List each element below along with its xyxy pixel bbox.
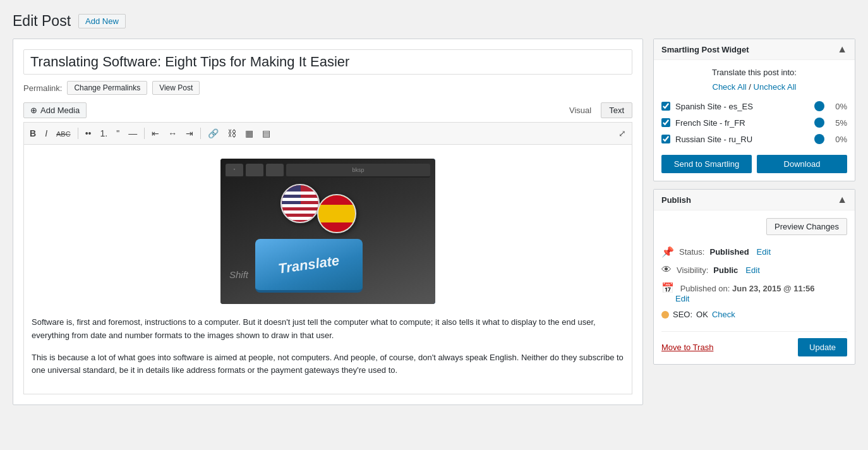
editor-area: Permalink: Change Permalinks View Post ⊕… <box>13 39 643 405</box>
download-button[interactable]: Download <box>757 155 847 173</box>
russian-lang-name: Russian Site - ru_RU <box>675 135 809 144</box>
permalink-row: Permalink: Change Permalinks View Post <box>23 81 632 95</box>
post-title-input[interactable] <box>23 49 632 75</box>
align-center-button[interactable]: ↔ <box>165 126 180 140</box>
published-label: Published on: <box>680 284 730 293</box>
content-area[interactable]: " bksp Translate Shift <box>23 144 632 394</box>
publish-date-row: 📅 Published on: Jun 23, 2015 @ 11:56 Edi… <box>661 279 847 307</box>
toolbar-separator-3 <box>200 128 201 139</box>
language-row-spanish: Spanish Site - es_ES 0% <box>661 98 847 114</box>
french-checkbox[interactable] <box>661 118 670 127</box>
link-button[interactable]: 🔗 <box>205 126 222 140</box>
unordered-list-button[interactable]: •• <box>82 126 95 140</box>
add-new-button[interactable]: Add New <box>78 14 126 28</box>
sidebar: Smartling Post Widget ▲ Translate this p… <box>653 39 855 365</box>
publish-footer: Move to Trash Update <box>661 331 847 356</box>
published-edit-link[interactable]: Edit <box>675 294 689 303</box>
visibility-eye-icon: 👁 <box>661 264 672 276</box>
page-title: Edit Post <box>13 13 71 30</box>
status-label: Status: <box>679 247 704 257</box>
formatting-toolbar: B I ABC •• 1. " — ⇤ ↔ ⇥ 🔗 ⛓ ▦ ▤ ⤢ <box>23 122 632 144</box>
published-value: Jun 23, 2015 @ 11:56 <box>732 284 814 293</box>
align-right-button[interactable]: ⇥ <box>183 126 196 140</box>
publish-visibility-row: 👁 Visibility: Public Edit <box>661 261 847 279</box>
french-progress-dot <box>814 118 824 128</box>
translate-into-label: Translate this post into: <box>661 68 847 77</box>
send-to-smartling-button[interactable]: Send to Smartling <box>661 155 752 173</box>
content-paragraph-2: This is because a lot of what goes into … <box>32 351 624 378</box>
tab-visual[interactable]: Visual <box>561 102 600 118</box>
language-row-french: French Site - fr_FR 5% <box>661 114 847 131</box>
visibility-value: Public <box>713 265 738 275</box>
russian-progress-dot <box>814 134 824 144</box>
move-to-trash-button[interactable]: Move to Trash <box>661 343 713 352</box>
spanish-progress-dot <box>814 101 824 111</box>
french-lang-name: French Site - fr_FR <box>675 118 809 128</box>
smartling-widget-content: Translate this post into: Check All / Un… <box>654 60 855 181</box>
visibility-edit-link[interactable]: Edit <box>745 265 759 275</box>
unlink-button[interactable]: ⛓ <box>224 126 239 140</box>
table-button[interactable]: ▦ <box>242 126 256 140</box>
publish-status-row: 📌 Status: Published Edit <box>661 243 847 261</box>
french-progress-pct: 5% <box>829 118 847 128</box>
smartling-widget-header: Smartling Post Widget ▲ <box>654 39 855 60</box>
bold-button[interactable]: B <box>27 126 39 140</box>
update-button[interactable]: Update <box>798 338 847 356</box>
visual-text-tabs: Visual Text <box>561 102 632 118</box>
content-paragraph-1: Software is, first and foremost, instruc… <box>32 316 624 343</box>
strikethrough-button[interactable]: ABC <box>53 126 74 140</box>
smartling-widget-title: Smartling Post Widget <box>661 45 749 54</box>
uncheck-all-link[interactable]: Uncheck All <box>754 82 797 92</box>
seo-label: SEO: <box>673 310 692 319</box>
seo-value: OK <box>696 310 708 319</box>
publish-widget-header: Publish ▲ <box>654 190 855 210</box>
view-post-button[interactable]: View Post <box>152 81 200 95</box>
toolbar-separator-1 <box>78 128 78 139</box>
language-row-russian: Russian Site - ru_RU 0% <box>661 131 847 147</box>
spanish-checkbox[interactable] <box>661 102 670 111</box>
publish-widget: Publish ▲ Preview Changes 📌 Status: Publ… <box>653 189 855 365</box>
publish-collapse-button[interactable]: ▲ <box>837 195 847 205</box>
ordered-list-button[interactable]: 1. <box>97 126 111 140</box>
smartling-actions: Send to Smartling Download <box>661 155 847 173</box>
change-permalinks-button[interactable]: Change Permalinks <box>67 81 147 95</box>
translate-keyboard-image: " bksp Translate Shift <box>220 159 435 304</box>
tab-text[interactable]: Text <box>601 102 632 118</box>
publish-widget-title: Publish <box>661 195 691 205</box>
toolbar-separator-2 <box>144 128 145 139</box>
custom-button[interactable]: ▤ <box>259 126 274 140</box>
check-all-link[interactable]: Check All <box>713 82 747 92</box>
italic-button[interactable]: I <box>42 126 51 140</box>
fullscreen-button[interactable]: ⤢ <box>615 126 629 140</box>
preview-changes-button[interactable]: Preview Changes <box>766 218 847 235</box>
spanish-lang-name: Spanish Site - es_ES <box>675 102 809 111</box>
visibility-label: Visibility: <box>677 265 708 275</box>
status-value: Published <box>709 247 749 257</box>
publish-widget-content: Preview Changes 📌 Status: Published Edit… <box>654 210 855 364</box>
content-text: Software is, first and foremost, instruc… <box>32 316 624 377</box>
add-media-icon: ⊕ <box>30 106 37 115</box>
russian-progress-pct: 0% <box>829 135 847 144</box>
smartling-collapse-button[interactable]: ▲ <box>837 44 847 54</box>
preview-changes-row: Preview Changes <box>661 218 847 235</box>
seo-check-link[interactable]: Check <box>712 310 735 319</box>
status-pin-icon: 📌 <box>661 246 674 258</box>
status-edit-link[interactable]: Edit <box>757 247 771 257</box>
seo-row: SEO: OK Check <box>661 307 847 322</box>
check-uncheck-links: Check All / Uncheck All <box>661 82 847 92</box>
align-left-button[interactable]: ⇤ <box>148 126 162 140</box>
russian-checkbox[interactable] <box>661 135 670 143</box>
hr-button[interactable]: — <box>125 126 140 140</box>
add-media-button[interactable]: ⊕ Add Media <box>23 102 87 118</box>
calendar-icon: 📅 <box>661 283 674 293</box>
blockquote-button[interactable]: " <box>113 126 123 140</box>
permalink-label: Permalink: <box>23 83 62 93</box>
spanish-progress-pct: 0% <box>829 102 847 111</box>
editor-toolbar-top: ⊕ Add Media Visual Text <box>23 102 632 118</box>
seo-status-dot <box>661 311 669 319</box>
content-image: " bksp Translate Shift <box>32 159 624 306</box>
smartling-widget: Smartling Post Widget ▲ Translate this p… <box>653 39 855 181</box>
